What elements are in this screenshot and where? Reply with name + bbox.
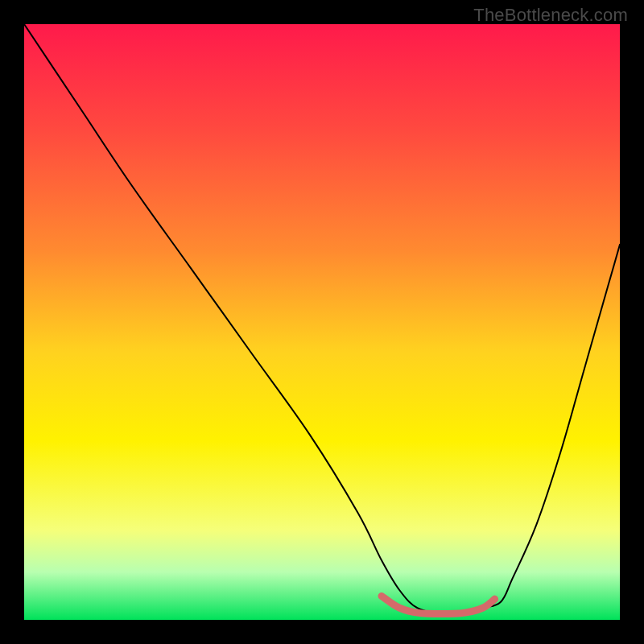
plot-area [24, 24, 620, 620]
chart-frame: TheBottleneck.com [0, 0, 644, 644]
watermark-text: TheBottleneck.com [473, 5, 628, 26]
bottleneck-chart [24, 24, 620, 620]
gradient-background [24, 24, 620, 620]
